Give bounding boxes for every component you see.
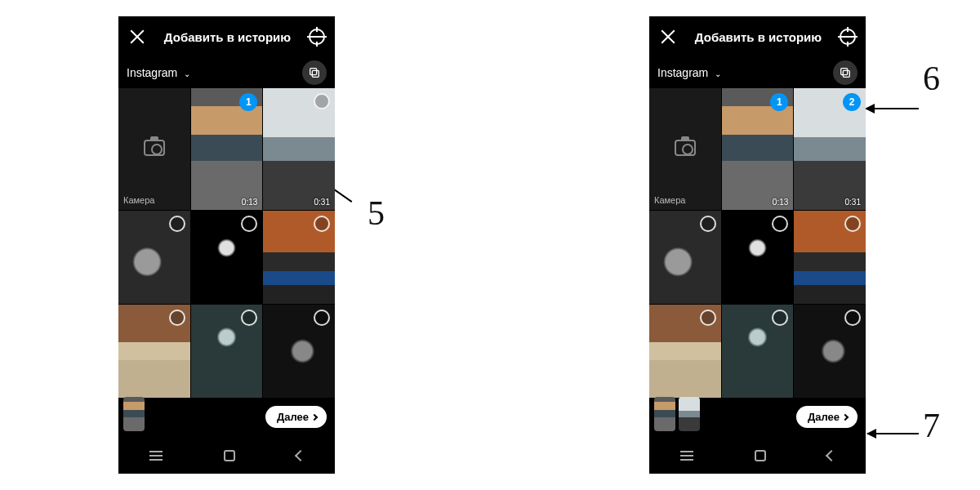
multi-select-toggle[interactable] [302,60,327,85]
selected-thumb[interactable] [679,397,700,431]
album-select-bar: Instagram ⌄ [649,57,866,88]
nav-home-icon[interactable] [755,450,766,461]
media-tile[interactable] [263,305,335,398]
story-picker-screen: Добавить в историюInstagram ⌄Камера10:13… [649,16,866,474]
svg-rect-3 [843,70,849,77]
selected-thumb[interactable] [123,397,145,431]
camera-label: Камера [123,195,154,205]
media-tile[interactable] [263,211,335,304]
selection-circle [314,93,330,109]
chevron-down-icon: ⌄ [715,69,721,78]
settings-icon[interactable] [309,29,325,45]
media-grid: Камера10:1320:31 [649,88,866,398]
selected-thumbnails [654,397,700,431]
next-button[interactable]: Далее [796,406,858,428]
video-duration: 0:13 [242,198,257,207]
media-tile[interactable] [649,305,721,398]
svg-rect-2 [841,69,848,75]
next-label: Далее [277,411,309,423]
album-dropdown[interactable]: Instagram ⌄ [657,66,721,79]
callout-6: 6 [923,61,940,96]
header-bar: Добавить в историю [118,16,335,57]
chevron-down-icon: ⌄ [184,69,190,78]
media-grid: Камера10:130:31 [118,88,335,398]
selection-circle [241,216,257,232]
camera-label: Камера [654,195,685,205]
selection-circle [772,310,788,326]
camera-tile[interactable]: Камера [649,88,721,210]
svg-rect-0 [310,69,317,75]
video-duration: 0:31 [314,198,330,207]
android-navbar [649,438,866,474]
arrow-7 [867,433,919,434]
page-title: Добавить в историю [154,30,301,44]
selection-badge: 1 [239,93,257,111]
next-label: Далее [808,411,840,423]
album-select-bar: Instagram ⌄ [118,57,335,88]
media-tile[interactable] [794,305,866,398]
media-tile[interactable] [191,211,263,304]
media-tile[interactable]: 10:13 [191,88,263,210]
selected-thumbnails [123,397,145,431]
android-navbar [118,438,335,474]
selection-circle [169,310,185,326]
media-tile[interactable] [649,211,721,304]
nav-recents-icon[interactable] [149,451,163,461]
nav-back-icon[interactable] [825,450,836,461]
media-tile[interactable] [722,211,794,304]
page-title: Добавить в историю [685,30,831,44]
nav-home-icon[interactable] [224,450,235,461]
camera-tile[interactable]: Камера [118,88,190,210]
chevron-right-icon [842,413,849,420]
selection-circle [314,216,330,232]
callout-7: 7 [923,408,940,443]
settings-icon[interactable] [840,29,856,45]
media-tile[interactable] [118,211,190,304]
media-tile[interactable] [191,305,263,398]
arrow-6 [866,108,919,109]
media-tile[interactable]: 0:31 [263,88,335,210]
callout-5: 5 [368,196,385,230]
selected-thumb[interactable] [654,397,675,431]
stack-icon [839,66,852,79]
selection-circle [772,216,788,232]
selection-circle [700,310,716,326]
selection-circle [314,310,330,326]
selection-circle [169,216,185,232]
selection-circle [844,216,861,232]
close-icon[interactable] [659,28,677,46]
selection-circle [844,310,861,326]
multi-select-toggle[interactable] [833,60,858,85]
media-tile[interactable]: 10:13 [722,88,794,210]
video-duration: 0:13 [773,198,788,207]
camera-icon [144,140,165,156]
selection-badge: 2 [843,93,861,111]
video-duration: 0:31 [845,198,861,207]
svg-rect-1 [312,70,318,77]
selection-badge: 1 [770,93,788,111]
selection-circle [700,216,716,232]
header-bar: Добавить в историю [649,16,866,57]
media-tile[interactable]: 20:31 [794,88,866,210]
selection-circle [241,310,257,326]
media-tile[interactable] [118,305,190,398]
camera-icon [675,140,696,156]
nav-back-icon[interactable] [294,450,305,461]
next-button[interactable]: Далее [265,406,327,428]
media-tile[interactable] [722,305,794,398]
media-tile[interactable] [794,211,866,304]
close-icon[interactable] [128,28,146,46]
stack-icon [308,66,321,79]
album-dropdown[interactable]: Instagram ⌄ [127,66,190,79]
story-picker-screen: Добавить в историюInstagram ⌄Камера10:13… [118,16,335,474]
nav-recents-icon[interactable] [680,451,693,461]
chevron-right-icon [311,413,318,420]
